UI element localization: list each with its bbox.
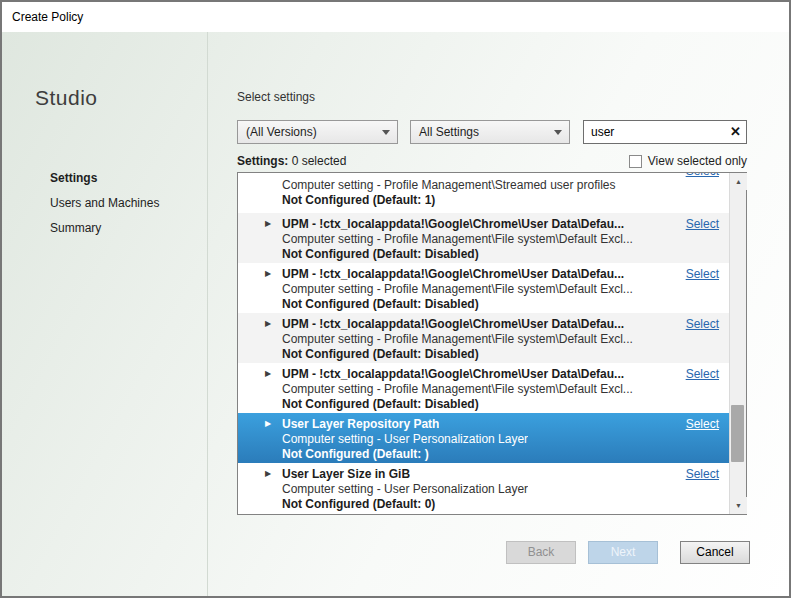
select-link[interactable]: Select [686, 467, 719, 481]
view-selected-only-group: View selected only [629, 154, 747, 168]
select-link[interactable]: Select [686, 417, 719, 431]
setting-title: UPM - !ctx_localappdata!\Google\Chrome\U… [282, 267, 624, 281]
version-dropdown-value: (All Versions) [246, 125, 317, 139]
setting-title: UPM - !ctx_localappdata!\Google\Chrome\U… [282, 217, 624, 231]
back-button[interactable]: Back [506, 541, 576, 564]
page-title: Select settings [237, 90, 315, 104]
settings-category-value: All Settings [419, 125, 479, 139]
expand-icon[interactable]: ▶ [265, 369, 271, 378]
setting-status: Not Configured (Default: 1) [282, 193, 435, 207]
settings-category-dropdown[interactable]: All Settings [410, 120, 570, 144]
scrollbar[interactable]: ▲ ▼ [729, 173, 746, 514]
expand-icon[interactable]: ▶ [265, 319, 271, 328]
setting-detail: Computer setting - User Personalization … [282, 482, 528, 496]
sidebar-item-summary[interactable]: Summary [2, 216, 207, 241]
status-row: Settings: 0 selected View selected only [237, 154, 747, 170]
setting-title: UPM - !ctx_localappdata!\Google\Chrome\U… [282, 317, 624, 331]
search-input[interactable] [584, 121, 722, 143]
create-policy-window: Create Policy Studio Settings Users and … [0, 0, 791, 598]
scroll-up-icon[interactable]: ▲ [730, 173, 747, 190]
settings-count-value: 0 selected [292, 154, 347, 168]
cancel-button[interactable]: Cancel [680, 541, 750, 564]
setting-row-selected[interactable]: ▶ User Layer Repository Path Computer se… [238, 413, 729, 463]
setting-detail: Computer setting - Profile Management\Fi… [282, 282, 633, 296]
titlebar: Create Policy [2, 2, 789, 32]
chevron-down-icon [382, 130, 390, 135]
selected-count: Settings: 0 selected [237, 154, 346, 168]
setting-status: Not Configured (Default: Disabled) [282, 297, 479, 311]
chevron-down-icon [554, 130, 562, 135]
view-selected-only-label: View selected only [648, 154, 747, 168]
dialog-content: Studio Settings Users and Machines Summa… [2, 32, 789, 596]
settings-list: Computer setting - Profile Management\St… [237, 172, 747, 515]
sidebar: Studio Settings Users and Machines Summa… [2, 32, 208, 596]
setting-title: UPM - !ctx_localappdata!\Google\Chrome\U… [282, 367, 624, 381]
expand-icon[interactable]: ▶ [265, 469, 271, 478]
setting-detail: Computer setting - Profile Management\St… [282, 178, 616, 192]
setting-status: Not Configured (Default: Disabled) [282, 347, 479, 361]
select-link[interactable]: Select [686, 173, 719, 178]
clear-search-icon[interactable]: ✕ [730, 124, 741, 140]
sidebar-item-users-and-machines[interactable]: Users and Machines [2, 191, 207, 216]
version-dropdown[interactable]: (All Versions) [237, 120, 398, 144]
setting-row[interactable]: ▶ UPM - !ctx_localappdata!\Google\Chrome… [238, 213, 729, 263]
next-button[interactable]: Next [588, 541, 658, 564]
setting-status: Not Configured (Default: 0) [282, 497, 435, 511]
scrollbar-thumb[interactable] [731, 405, 744, 462]
wizard-nav: Settings Users and Machines Summary [2, 166, 207, 241]
studio-logo: Studio [35, 86, 98, 110]
setting-row[interactable]: ▶ UPM - !ctx_localappdata!\Google\Chrome… [238, 313, 729, 363]
setting-detail: Computer setting - Profile Management\Fi… [282, 332, 633, 346]
setting-title: User Layer Size in GiB [282, 467, 410, 481]
main-panel: Select settings (All Versions) All Setti… [209, 32, 789, 596]
select-link[interactable]: Select [686, 317, 719, 331]
setting-row[interactable]: ▶ UPM - !ctx_localappdata!\Google\Chrome… [238, 263, 729, 313]
search-box: ✕ [583, 120, 747, 144]
setting-title: User Layer Repository Path [282, 417, 439, 431]
select-link[interactable]: Select [686, 217, 719, 231]
setting-detail: Computer setting - User Personalization … [282, 432, 528, 446]
setting-status: Not Configured (Default: Disabled) [282, 397, 479, 411]
window-title: Create Policy [12, 10, 83, 24]
settings-list-viewport: Computer setting - Profile Management\St… [238, 173, 729, 514]
setting-status: Not Configured (Default: Disabled) [282, 247, 479, 261]
select-link[interactable]: Select [686, 367, 719, 381]
sidebar-item-settings[interactable]: Settings [2, 166, 207, 191]
setting-row[interactable]: ▶ User Layer Size in GiB Computer settin… [238, 463, 729, 513]
setting-row[interactable]: ▶ UPM - !ctx_localappdata!\Google\Chrome… [238, 363, 729, 413]
view-selected-only-checkbox[interactable] [629, 155, 642, 168]
setting-detail: Computer setting - Profile Management\Fi… [282, 382, 633, 396]
expand-icon[interactable]: ▶ [265, 269, 271, 278]
expand-icon[interactable]: ▶ [265, 219, 271, 228]
setting-detail: Computer setting - Profile Management\Fi… [282, 232, 633, 246]
settings-count-label: Settings: [237, 154, 288, 168]
setting-status: Not Configured (Default: ) [282, 447, 429, 461]
setting-row-partial[interactable]: Computer setting - Profile Management\St… [238, 173, 729, 213]
scroll-down-icon[interactable]: ▼ [730, 497, 747, 514]
select-link[interactable]: Select [686, 267, 719, 281]
expand-icon[interactable]: ▶ [265, 419, 271, 428]
